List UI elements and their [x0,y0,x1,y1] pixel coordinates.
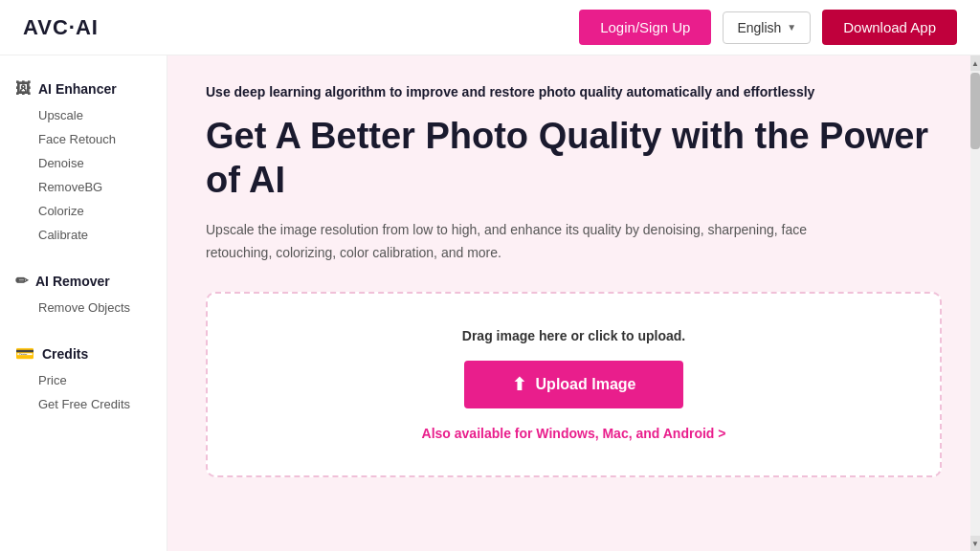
scrollbar[interactable]: ▲ ▼ [970,55,980,551]
sidebar-section-label: Credits [42,346,88,362]
language-selector[interactable]: English ▼ [723,11,811,44]
sidebar-item-price[interactable]: Price [0,368,167,392]
language-label: English [737,20,781,35]
sidebar-item-remove-objects[interactable]: Remove Objects [0,296,167,320]
sidebar-section-credits: 💳 Credits Price Get Free Credits [0,339,167,416]
sidebar-section-label: AI Enhancer [38,81,117,97]
sidebar-item-colorize[interactable]: Colorize [0,199,167,223]
main-content: Use deep learning algorithm to improve a… [167,55,980,551]
sidebar-item-upscale[interactable]: Upscale [0,103,167,127]
image-icon: 🖼 [15,80,31,98]
header-right: Login/Sign Up English ▼ Download App [579,10,957,45]
scrollbar-down-arrow[interactable]: ▼ [970,536,980,551]
sidebar-item-denoise[interactable]: Denoise [0,151,167,175]
sidebar-item-ai-remover[interactable]: ✏ AI Remover [0,266,167,296]
main-description: Upscale the image resolution from low to… [206,219,876,265]
chevron-down-icon: ▼ [787,22,796,33]
sidebar-section-label: AI Remover [35,274,110,289]
main-subtitle: Use deep learning algorithm to improve a… [206,84,942,99]
main-title: Get A Better Photo Quality with the Powe… [206,115,942,202]
logo: AVC·AI [23,15,99,40]
sidebar-item-credits[interactable]: 💳 Credits [0,339,167,368]
sidebar-item-ai-enhancer[interactable]: 🖼 AI Enhancer [0,75,167,103]
sidebar-item-get-free-credits[interactable]: Get Free Credits [0,392,167,416]
sidebar-item-calibrate[interactable]: Calibrate [0,223,167,247]
edit-icon: ✏ [15,272,28,290]
header: AVC·AI Login/Sign Up English ▼ Download … [0,0,980,55]
main-layout: 🖼 AI Enhancer Upscale Face Retouch Denoi… [0,55,980,551]
upload-button-label: Upload Image [536,376,636,393]
sidebar-section-ai-remover: ✏ AI Remover Remove Objects [0,266,167,320]
login-signup-button[interactable]: Login/Sign Up [579,10,711,45]
sidebar-section-ai-enhancer: 🖼 AI Enhancer Upscale Face Retouch Denoi… [0,75,167,247]
scrollbar-thumb[interactable] [970,73,980,149]
drag-drop-text: Drag image here or click to upload. [462,328,685,343]
sidebar: 🖼 AI Enhancer Upscale Face Retouch Denoi… [0,55,167,551]
scrollbar-up-arrow[interactable]: ▲ [970,55,980,71]
download-app-button[interactable]: Download App [822,10,957,45]
sidebar-item-removebg[interactable]: RemoveBG [0,175,167,199]
logo-text: AVC·AI [23,15,99,40]
upload-icon: ⬆ [512,374,526,395]
upload-box[interactable]: Drag image here or click to upload. ⬆ Up… [206,292,942,477]
credits-icon: 💳 [15,344,34,363]
available-platforms-text[interactable]: Also available for Windows, Mac, and And… [422,426,726,441]
sidebar-item-face-retouch[interactable]: Face Retouch [0,127,167,151]
upload-image-button[interactable]: ⬆ Upload Image [464,361,684,408]
